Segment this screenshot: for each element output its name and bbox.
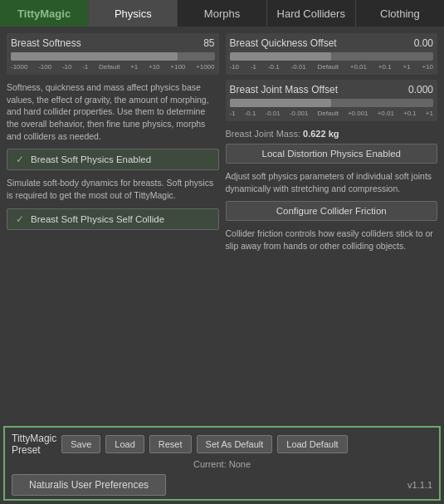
breast-softness-section: Breast Softness 85 -1000-100-10-1Default… <box>7 33 219 75</box>
quickness-offset-value: 0.00 <box>414 37 433 49</box>
soft-physics-enabled-checkmark: ✓ <box>14 154 26 165</box>
quickness-offset-label: Breast Quickness Offset <box>230 37 337 49</box>
joint-mass-offset-label: Breast Joint Mass Offset <box>230 84 339 95</box>
naturalis-preferences-button[interactable]: Naturalis User Preferences <box>12 474 166 496</box>
preset-title: TittyMagicPreset <box>12 433 56 456</box>
preset-row: TittyMagicPreset Save Load Reset Set As … <box>12 433 432 456</box>
left-column: Breast Softness 85 -1000-100-10-1Default… <box>7 33 219 423</box>
soft-physics-description: Simulate soft-body dynamics for breasts.… <box>7 175 219 203</box>
configure-collider-description: Collider friction controls how easily co… <box>226 226 438 253</box>
local-distortion-description: Adjust soft physics parameters of indivi… <box>226 169 438 196</box>
save-button[interactable]: Save <box>61 435 100 453</box>
main-content: Breast Softness 85 -1000-100-10-1Default… <box>0 27 444 429</box>
configure-collider-btn[interactable]: Configure Collider Friction <box>226 201 438 221</box>
tab-clothing[interactable]: Clothing <box>356 0 444 27</box>
joint-mass-offset-track[interactable] <box>230 99 434 107</box>
joint-mass-offset-fill <box>230 99 332 107</box>
joint-mass-offset-value: 0.000 <box>408 84 433 95</box>
reset-button[interactable]: Reset <box>149 435 192 453</box>
quickness-offset-section: Breast Quickness Offset 0.00 -10-1-0.1-0… <box>226 33 438 75</box>
tab-physics[interactable]: Physics <box>89 0 178 27</box>
preset-bar: TittyMagicPreset Save Load Reset Set As … <box>3 426 441 501</box>
tab-tittymagi[interactable]: TittyMagic <box>0 0 89 27</box>
version-label: v1.1.1 <box>407 480 432 490</box>
configure-collider-label: Configure Collider Friction <box>276 206 387 216</box>
bottom-row: Naturalis User Preferences v1.1.1 <box>12 474 432 496</box>
tab-hard-colliders[interactable]: Hard Colliders <box>267 0 356 27</box>
soft-physics-enabled-checkbox[interactable]: ✓ Breast Soft Physics Enabled <box>7 149 219 170</box>
self-collide-checkbox[interactable]: ✓ Breast Soft Physics Self Collide <box>7 208 219 230</box>
breast-softness-track[interactable] <box>11 52 215 61</box>
tab-morphs[interactable]: Morphs <box>178 0 266 27</box>
preset-current: Current: None <box>12 459 432 469</box>
breast-softness-label: Breast Softness <box>11 37 81 49</box>
self-collide-label: Breast Soft Physics Self Collide <box>31 214 164 224</box>
physics-description: Softness, quickness and mass affect phys… <box>7 80 219 144</box>
load-button[interactable]: Load <box>105 435 144 453</box>
right-column: Breast Quickness Offset 0.00 -10-1-0.1-0… <box>226 33 438 423</box>
load-default-button[interactable]: Load Default <box>277 435 347 453</box>
tab-bar: TittyMagic Physics Morphs Hard Colliders… <box>0 0 444 27</box>
quickness-offset-track[interactable] <box>230 52 434 61</box>
soft-physics-enabled-label: Breast Soft Physics Enabled <box>31 154 151 164</box>
breast-softness-fill <box>11 52 178 61</box>
breast-softness-value: 85 <box>203 37 214 49</box>
joint-mass-display: Breast Joint Mass: 0.622 kg <box>226 129 438 139</box>
local-distortion-label: Local Distortion Physics Enabled <box>262 149 401 159</box>
self-collide-checkmark: ✓ <box>14 213 26 225</box>
breast-softness-markers: -1000-100-10-1Default+1+10+100+1000 <box>11 63 215 71</box>
joint-mass-offset-section: Breast Joint Mass Offset 0.000 -1-0.1-0.… <box>226 80 438 121</box>
set-as-default-button[interactable]: Set As Default <box>197 435 273 453</box>
quickness-offset-fill <box>230 52 332 61</box>
joint-mass-offset-markers: -1-0.1-0.01-0.001Default+0.001+0.01+0.1+… <box>230 110 434 117</box>
quickness-offset-markers: -10-1-0.1-0.01Default+0.01+0.1+1+10 <box>230 63 434 71</box>
local-distortion-checkbox[interactable]: Local Distortion Physics Enabled <box>226 144 438 164</box>
